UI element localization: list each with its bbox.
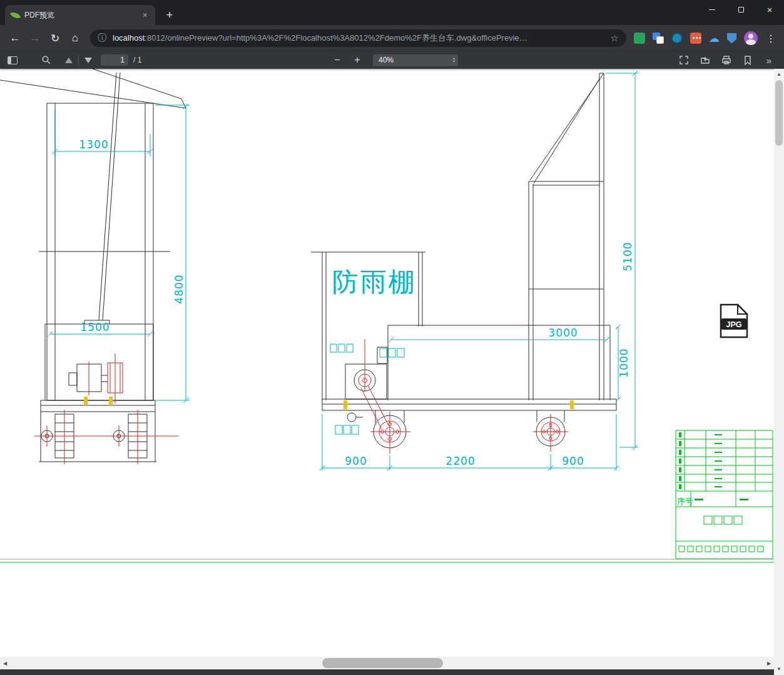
window-controls: × (698, 0, 784, 19)
page-down-icon (84, 58, 92, 63)
extension-green-icon[interactable] (634, 33, 645, 44)
scroll-right-icon[interactable]: ▶ (764, 657, 774, 669)
scroll-down-icon[interactable]: ▼ (774, 664, 784, 674)
open-file-button[interactable] (700, 55, 710, 65)
spring-leaf-favicon (10, 9, 21, 20)
navigation-bar: ← → ↻ ⌂ ⓘ localhost:8012/onlinePreview?u… (0, 25, 784, 51)
zoom-in-button[interactable]: + (350, 54, 364, 66)
side-view: 防雨棚 5100 3000 1000 900 2200 900 (311, 71, 638, 470)
avatar-head (748, 34, 753, 39)
dim-1500-label: 1500 (80, 321, 109, 333)
pdf-toolbar: / 1 − + 40% ▴▾ (0, 51, 784, 69)
toolbar-right-group: » (679, 51, 771, 69)
zoom-spinner-icon: ▴▾ (453, 57, 455, 63)
back-button[interactable]: ← (6, 29, 24, 48)
new-tab-button[interactable]: + (161, 7, 178, 23)
print-button[interactable] (721, 55, 731, 65)
cad-drawing-svg: 1300 4800 1500 (0, 69, 774, 657)
title-block-table: 序号 (676, 430, 773, 559)
secondary-toolbar-button[interactable]: » (766, 55, 771, 66)
sidebar-toggle-button[interactable] (8, 56, 18, 64)
close-window-button[interactable]: × (755, 0, 784, 19)
browser-window: PDF预览 × + × ← → ↻ ⌂ ⓘ localhost:8012/onl… (0, 0, 784, 675)
extension-red-icon[interactable] (690, 33, 701, 44)
vertical-scrollbar-thumb[interactable] (775, 80, 783, 146)
serial-number-header: 序号 (677, 497, 693, 506)
maximize-icon (738, 7, 744, 13)
horizontal-scrollbar-thumb[interactable] (322, 658, 443, 668)
toolbar-divider (78, 55, 79, 65)
jpg-file-icon: JPG (721, 305, 747, 337)
jpg-badge-label: JPG (726, 320, 741, 329)
dim-3000-label: 3000 (548, 327, 578, 339)
dim-900-left-label: 900 (345, 455, 367, 467)
bookmark-star-icon[interactable]: ☆ (611, 33, 619, 44)
url-host: localhost (113, 33, 145, 43)
browser-tab[interactable]: PDF预览 × (5, 5, 155, 25)
minimize-icon (709, 9, 715, 10)
vertical-scrollbar[interactable]: ▲ ▼ (774, 69, 784, 675)
home-button[interactable]: ⌂ (66, 29, 84, 48)
fullscreen-icon (679, 55, 689, 65)
bookmark-ribbon-icon (743, 55, 753, 65)
search-icon (41, 55, 51, 65)
zoom-select[interactable]: 40% ▴▾ (373, 54, 458, 66)
horizontal-scrollbar[interactable]: ◀ ▶ (0, 657, 774, 669)
front-view: 1300 4800 1500 (0, 69, 190, 464)
dim-4800-label: 4800 (173, 274, 185, 303)
find-button[interactable] (41, 55, 51, 65)
open-file-icon (700, 55, 710, 65)
dim-2200-label: 2200 (445, 455, 475, 467)
bookmark-button[interactable] (743, 55, 753, 65)
reload-button[interactable]: ↻ (46, 29, 64, 48)
zoom-out-button[interactable]: − (330, 54, 344, 66)
chrome-menu-icon[interactable]: ⋮ (765, 33, 776, 44)
tab-close-icon[interactable]: × (141, 9, 149, 21)
avatar-body (746, 39, 756, 45)
sidebar-toggle-icon (8, 56, 18, 64)
minimize-button[interactable] (698, 0, 726, 19)
tab-title: PDF预览 (24, 10, 136, 21)
site-info-icon[interactable]: ⓘ (98, 33, 106, 44)
pdf-page: 1300 4800 1500 (0, 69, 774, 657)
dim-1000-label: 1000 (618, 348, 630, 377)
dim-5100-label: 5100 (621, 241, 634, 271)
scroll-up-icon[interactable]: ▲ (774, 69, 784, 79)
dim-900-right-label: 900 (562, 455, 584, 467)
zoom-controls: − + 40% ▴▾ (330, 51, 458, 69)
scroll-left-icon[interactable]: ◀ (0, 657, 10, 669)
extension-blue-circle-icon[interactable] (671, 33, 683, 44)
extension-red-dots (693, 37, 695, 39)
presentation-mode-button[interactable] (679, 55, 689, 65)
forward-button[interactable]: → (26, 29, 44, 48)
cloud-extension-icon[interactable]: ☁ (709, 33, 720, 44)
address-bar[interactable]: ⓘ localhost:8012/onlinePreview?url=http%… (90, 29, 626, 47)
url-text: localhost:8012/onlinePreview?url=http%3A… (113, 33, 606, 44)
page-up-icon (65, 58, 73, 63)
sheet-border-lines (0, 559, 774, 562)
print-icon (721, 55, 731, 65)
previous-page-button[interactable] (65, 58, 73, 63)
url-path: :8012/onlinePreview?url=http%3A%2F%2Floc… (145, 33, 527, 43)
shield-extension-icon[interactable] (727, 33, 736, 44)
extensions-area: ☁ ⋮ (634, 31, 776, 45)
translate-white-square (656, 36, 664, 44)
dim-1300-label: 1300 (79, 138, 108, 151)
rain-shelter-label: 防雨棚 (332, 266, 417, 297)
maximize-button[interactable] (726, 0, 755, 19)
translate-extension-icon[interactable] (653, 33, 664, 44)
zoom-value: 40% (373, 56, 453, 64)
window-bottom-strip (0, 669, 774, 675)
page-number-input[interactable] (101, 54, 128, 66)
next-page-button[interactable] (84, 58, 92, 63)
page-total-label: / 1 (133, 56, 141, 64)
tab-bar: PDF预览 × + × (0, 0, 784, 25)
profile-avatar[interactable] (744, 31, 758, 45)
